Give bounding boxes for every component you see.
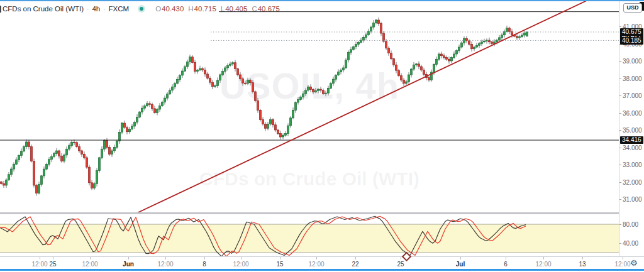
price-axis-label: 32.000 [623,178,644,185]
symbol-title[interactable]: CFDs on Crude Oil (WTI) [3,5,84,13]
price-tick [619,113,621,114]
low-value: 40.405 [225,5,247,13]
price-tick [619,243,621,244]
candlesticks [1,18,528,196]
price-axis-label: 31.000 [623,196,644,203]
price-tick [619,199,621,200]
main-chart[interactable] [0,0,644,272]
time-tick [40,257,40,259]
price-axis-label: 35.000 [623,127,644,134]
time-tick [280,257,280,259]
time-axis-label: 13 [579,261,586,268]
price-badge: 40.675 [620,28,643,36]
time-tick [543,257,544,259]
time-tick [355,257,356,259]
price-tick [619,79,621,79]
price-axis-label: 36.000 [623,109,644,116]
low-label: L [221,5,225,13]
time-axis-label: 15 [276,261,283,268]
price-tick [619,61,621,62]
open-value: 40.430 [162,5,184,13]
time-tick [128,257,129,259]
price-axis-label: 33.000 [623,161,644,168]
time-tick [90,257,91,259]
price-tick [619,148,621,148]
time-tick [241,257,242,259]
time-tick [165,257,166,259]
time-tick [460,257,461,259]
price-axis-label: 80.00 [623,221,644,228]
exchange-label: FXCM [109,5,130,13]
time-tick [582,257,583,259]
interval-label[interactable]: 4h [92,5,100,13]
price-axis-label: 38.000 [623,75,644,82]
high-label: H [188,5,193,13]
gear-icon[interactable]: ⚙ [630,258,638,268]
high-value: 40.715 [194,5,216,13]
time-axis-label: 25 [397,261,404,268]
price-axis[interactable]: USD 41.00040.00039.00038.00037.00036.000… [619,0,644,256]
time-axis-label: 12:00 [31,261,47,268]
time-tick [316,257,317,259]
time-tick [623,257,623,259]
time-tick [506,257,506,259]
bottom-border-strip [0,269,644,271]
price-axis-label: 37.000 [623,92,644,99]
price-axis-label: 40.00 [623,240,644,247]
time-axis-label: 12:00 [157,261,173,268]
time-axis-label: 8 [203,261,206,268]
pane-separator[interactable] [0,212,644,214]
clipped-symbol-icon [0,6,1,13]
close-value: 40.675 [258,5,280,13]
time-axis-label: Jul [456,261,465,268]
price-axis-label: 34.000 [623,144,644,151]
time-axis-label: 6 [504,261,508,268]
price-tick [619,26,621,27]
top-border-strip [0,0,644,1]
legend-separator: · [87,6,89,13]
time-axis-label: 25 [49,261,56,268]
open-label: O [155,5,161,13]
price-badge: 34.416 [620,136,643,144]
time-axis-label: 12:00 [233,261,248,268]
price-axis-label: 39.000 [623,58,644,65]
time-axis[interactable]: ⚙ 12:002512:00Jun12:00812:001512:002225J… [0,256,644,270]
time-tick [204,257,205,259]
currency-button[interactable]: USD [623,3,642,13]
time-tick [401,257,401,259]
close-label: C [252,5,257,13]
price-badge: 40.185 [620,37,643,45]
time-axis-label: 12:00 [308,261,324,268]
time-axis-label: 22 [352,261,358,268]
legend-separator: · [103,6,105,13]
price-tick [619,224,621,225]
time-axis-label: Jun [123,261,134,268]
price-tick [619,130,621,131]
time-tick [53,257,53,259]
time-axis-label: 12:00 [535,261,551,268]
price-tick [619,165,621,165]
chart-legend[interactable]: CFDs on Crude Oil (WTI) · 4h · FXCM O 40… [3,4,284,14]
market-status-dot-icon[interactable] [138,5,145,13]
time-axis-label: 12:00 [614,261,630,268]
time-axis-label: 12:00 [82,261,97,268]
chart-window: USOIL, 4h CFDs on Crude Oil (WTI) CFDs o… [0,0,644,272]
price-tick [619,182,621,183]
price-tick [619,95,621,96]
